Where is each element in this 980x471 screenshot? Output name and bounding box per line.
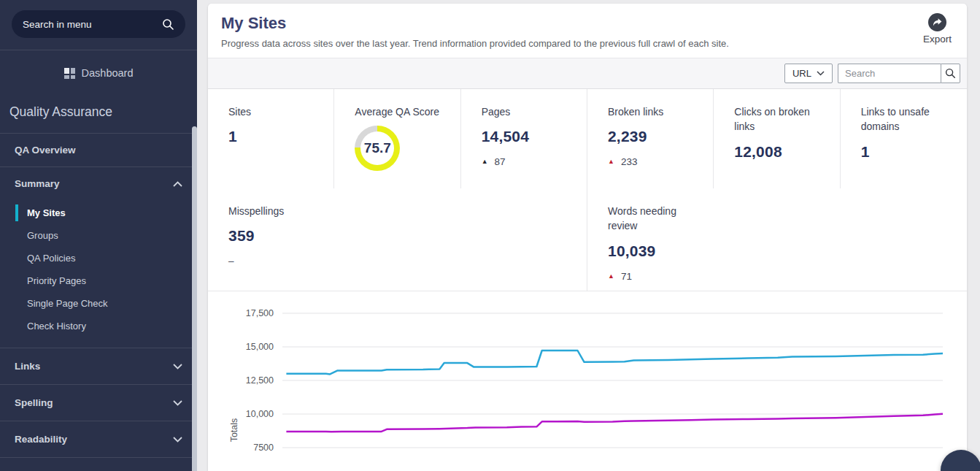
- trend-up-icon: ▲: [608, 273, 614, 280]
- table-search-button[interactable]: [941, 64, 960, 83]
- stat-label: Misspellings: [228, 204, 323, 218]
- sidebar-search-area: [0, 0, 197, 50]
- links-label: Links: [15, 361, 40, 372]
- stat-sites: Sites 1: [208, 89, 334, 188]
- dashboard-label: Dashboard: [82, 67, 134, 79]
- stat-label: Clicks on broken links: [734, 104, 827, 134]
- my-sites-card: My Sites Progress data across sites over…: [208, 4, 967, 471]
- stat-unsafe-domains: Links to unsafe domains 1: [841, 89, 967, 188]
- stat-value: 1: [861, 143, 955, 161]
- qa-score-value: 75.7: [360, 131, 394, 165]
- menu-search-box[interactable]: [12, 10, 185, 38]
- qa-policies-label: QA Policies: [27, 253, 75, 264]
- chevron-down-icon: [817, 71, 825, 76]
- stat-pages: Pages 14,504 ▲ 87: [461, 89, 587, 188]
- svg-text:12,500: 12,500: [246, 375, 274, 386]
- magenta-line: [286, 413, 943, 432]
- qa-overview-label: QA Overview: [15, 145, 76, 156]
- sidebar-item-priority-pages[interactable]: Priority Pages: [0, 269, 197, 292]
- qa-score-gauge: 75.7: [355, 126, 400, 171]
- my-sites-label: My Sites: [27, 207, 66, 218]
- trend-value: 87: [495, 156, 506, 167]
- trend-value: 233: [621, 156, 638, 167]
- totals-line-chart: 17,50015,00012,50010,0007500Totals: [208, 291, 967, 471]
- sidebar-item-single-page-check[interactable]: Single Page Check: [0, 292, 197, 315]
- stat-clicks-broken-links: Clicks on broken links 12,008: [714, 89, 840, 188]
- filter-toolbar: URL: [208, 58, 967, 89]
- stats-row-2: Misspellings 359 – Words needing review …: [208, 188, 967, 291]
- chevron-down-icon: [173, 400, 182, 406]
- chart-canvas: 17,50015,00012,50010,0007500Totals: [208, 291, 967, 471]
- sidebar-section-links[interactable]: Links: [0, 348, 197, 385]
- svg-text:17,500: 17,500: [246, 308, 274, 318]
- sidebar-section-spelling[interactable]: Spelling: [0, 385, 197, 421]
- url-filter-dropdown[interactable]: URL: [784, 64, 833, 83]
- stat-trend: ▲ 87: [482, 156, 575, 167]
- sidebar-item-qa-overview[interactable]: QA Overview: [0, 134, 197, 167]
- url-filter-label: URL: [792, 68, 811, 79]
- sidebar-item-dashboard[interactable]: Dashboard: [0, 50, 197, 96]
- export-button[interactable]: Export: [923, 13, 952, 45]
- stat-value: 14,504: [482, 128, 575, 145]
- main-area: My Sites Progress data across sites over…: [197, 0, 980, 471]
- sidebar-item-check-history[interactable]: Check History: [0, 315, 197, 337]
- stat-label: Words needing review: [608, 204, 703, 234]
- stat-value: 359: [228, 227, 575, 245]
- stat-broken-links: Broken links 2,239 ▲ 233: [587, 89, 714, 188]
- groups-label: Groups: [27, 230, 58, 241]
- trend-value: 71: [621, 271, 632, 282]
- chevron-up-icon: [173, 181, 182, 187]
- export-icon: [928, 13, 946, 31]
- stat-label: Broken links: [608, 104, 701, 119]
- svg-text:7500: 7500: [253, 443, 274, 453]
- trend-up-icon: ▲: [608, 158, 614, 165]
- stat-trend: ▲ 233: [608, 156, 701, 167]
- sidebar-section-readability[interactable]: Readability: [0, 421, 197, 458]
- search-icon[interactable]: [162, 18, 174, 31]
- stat-trend: –: [228, 256, 575, 267]
- svg-text:Totals: Totals: [229, 418, 239, 442]
- stat-value: 12,008: [734, 143, 827, 161]
- summary-submenu: My Sites Groups QA Policies Priority Pag…: [0, 200, 197, 348]
- sidebar-section-summary[interactable]: Summary: [0, 167, 197, 200]
- stat-value: 1: [228, 128, 322, 145]
- stat-value: 10,039: [608, 242, 955, 260]
- readability-label: Readability: [15, 434, 67, 445]
- svg-text:10,000: 10,000: [246, 409, 274, 419]
- trend-no-change: –: [228, 256, 234, 267]
- sidebar-item-qa-policies[interactable]: QA Policies: [0, 247, 197, 269]
- page-title: My Sites: [221, 14, 954, 33]
- menu-search-input[interactable]: [23, 19, 162, 30]
- stat-misspellings: Misspellings 359 –: [208, 188, 587, 291]
- stat-label: Sites: [228, 104, 322, 119]
- single-page-check-label: Single Page Check: [27, 298, 108, 309]
- sidebar-item-groups[interactable]: Groups: [0, 224, 197, 247]
- summary-label: Summary: [15, 178, 60, 189]
- dashboard-grid-icon: [64, 68, 75, 79]
- product-title: Quality Assurance: [0, 96, 197, 134]
- stat-label: Pages: [482, 104, 575, 119]
- active-indicator: [15, 204, 18, 221]
- blue-line: [286, 351, 943, 374]
- page-subtitle: Progress data across sites over the last…: [221, 38, 954, 49]
- spelling-label: Spelling: [15, 397, 53, 408]
- stats-row-1: Sites 1 Average QA Score 75.7 Pages 14,5…: [208, 89, 967, 188]
- check-history-label: Check History: [27, 321, 86, 332]
- search-icon: [945, 68, 956, 79]
- sidebar-scrollbar-thumb[interactable]: [192, 126, 197, 471]
- stat-trend: ▲ 71: [608, 271, 955, 282]
- table-search-input[interactable]: [838, 64, 941, 83]
- chevron-down-icon: [173, 437, 182, 443]
- stat-qa-score: Average QA Score 75.7: [334, 89, 460, 188]
- stat-label: Links to unsafe domains: [861, 104, 955, 134]
- export-label: Export: [923, 34, 952, 45]
- stat-words-needing-review: Words needing review 10,039 ▲ 71: [587, 188, 967, 291]
- stat-label: Average QA Score: [355, 104, 448, 119]
- trend-up-icon: ▲: [482, 158, 488, 165]
- svg-text:15,000: 15,000: [246, 342, 274, 352]
- sidebar-item-my-sites[interactable]: My Sites: [0, 202, 197, 224]
- card-header: My Sites Progress data across sites over…: [208, 4, 967, 58]
- stat-value: 2,239: [608, 128, 701, 145]
- sidebar: Dashboard Quality Assurance QA Overview …: [0, 0, 197, 471]
- priority-pages-label: Priority Pages: [27, 275, 86, 286]
